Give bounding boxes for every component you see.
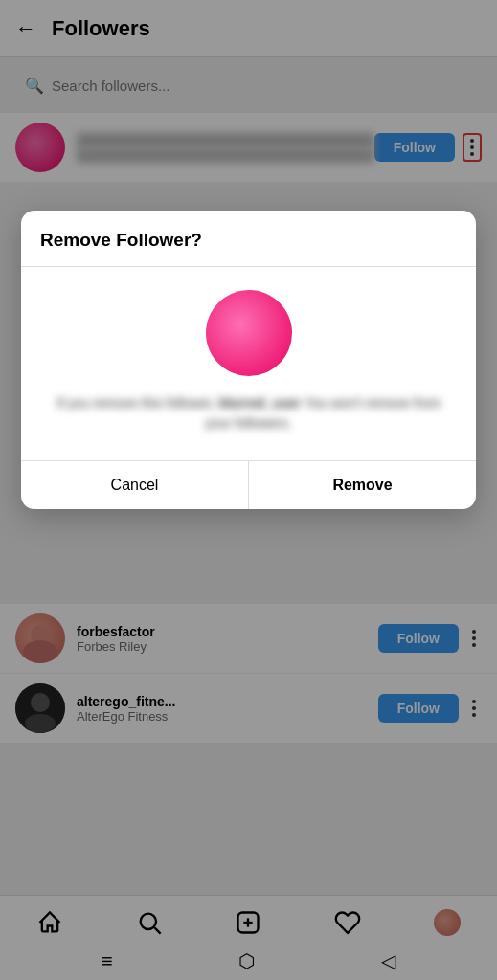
remove-follower-dialog: Remove Follower? If you remove this foll… xyxy=(21,211,476,509)
dialog-actions: Cancel Remove xyxy=(21,460,476,509)
cancel-button[interactable]: Cancel xyxy=(21,461,249,509)
dialog-body: If you remove this follower, blurred_use… xyxy=(21,267,476,457)
dialog-description: If you remove this follower, blurred_use… xyxy=(40,393,457,434)
dialog-avatar xyxy=(206,290,292,376)
remove-button[interactable]: Remove xyxy=(249,461,476,509)
dialog-title: Remove Follower? xyxy=(21,211,476,266)
